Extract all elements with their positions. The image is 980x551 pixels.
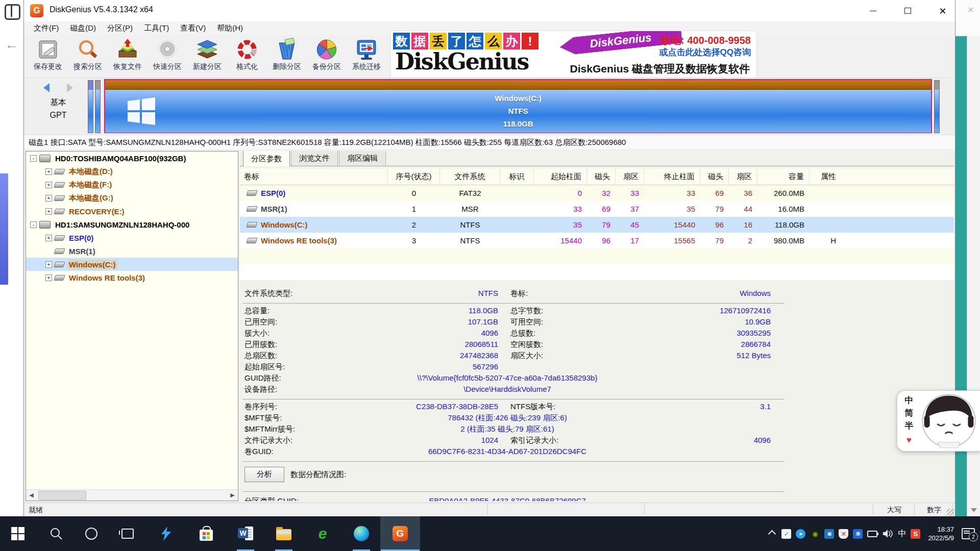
menu-item[interactable]: 查看(V) — [175, 22, 211, 34]
analyze-button[interactable]: 分析 — [244, 467, 284, 482]
partition-block-msr[interactable] — [95, 80, 101, 133]
format-button[interactable]: 格式化 — [227, 37, 267, 77]
diskgenius-taskbar-button[interactable]: G — [380, 516, 420, 551]
ime-status-char[interactable]: 简 — [903, 407, 915, 419]
ime-status-char[interactable]: 半 — [903, 419, 915, 432]
flash-app-button[interactable] — [154, 516, 179, 551]
column-header[interactable]: 文件系统 — [440, 168, 500, 185]
column-header[interactable]: 起始柱面 — [534, 168, 587, 185]
heart-icon[interactable]: ♥ — [903, 434, 915, 446]
table-row[interactable]: MSR(1) 1 MSR 33 69 37 35 79 44 16.0MB — [240, 201, 954, 217]
column-header[interactable]: 终止柱面 — [644, 168, 700, 185]
taskbar-clock[interactable]: 18:37 2022/5/9 — [928, 525, 954, 542]
maximize-button[interactable] — [892, 0, 923, 21]
quick-partition-button[interactable]: 快速分区 — [148, 37, 187, 77]
ad-banner[interactable]: 数据丢了怎么办! DiskGenius DiskGenius 致电: 400-0… — [390, 31, 756, 79]
scrollbar-thumb[interactable] — [38, 491, 86, 500]
notification-center-icon[interactable]: 2 — [962, 528, 975, 539]
column-header[interactable]: 磁头 — [587, 168, 616, 185]
column-header[interactable]: 扇区 — [729, 168, 757, 185]
resize-grip[interactable] — [947, 509, 954, 516]
prev-disk-icon[interactable] — [43, 83, 50, 92]
column-header[interactable]: 属性 — [810, 168, 841, 185]
tree-item[interactable]: - HD1:SAMSUNGMZNLN128HAHQ-000 — [26, 218, 238, 231]
tree-horizontal-scrollbar[interactable]: ◀ ▶ — [26, 489, 238, 500]
word-button[interactable]: W — [233, 516, 258, 551]
wechat-tray-icon[interactable]: ✓ — [781, 529, 791, 539]
tab[interactable]: 分区参数 — [243, 151, 290, 166]
edge-button[interactable] — [349, 516, 374, 551]
battery-tray-icon[interactable] — [867, 531, 877, 537]
ime-tray-indicator[interactable]: 中 — [898, 529, 906, 539]
table-row[interactable]: Windows(C:) 2 NTFS 35 79 45 15440 96 16 … — [240, 217, 954, 233]
menu-item[interactable]: 文件(F) — [28, 22, 64, 34]
ie-browser-button[interactable]: e — [310, 516, 335, 551]
delete-partition-button[interactable]: 删除分区 — [267, 37, 307, 77]
nvidia-tray-icon[interactable]: ◉ — [810, 529, 820, 539]
expand-toggle-icon[interactable]: + — [45, 208, 52, 215]
table-row[interactable]: Windows RE tools(3) 3 NTFS 15440 96 17 1… — [240, 233, 954, 248]
tab[interactable]: 浏览文件 — [291, 151, 338, 166]
intel-graphics-tray-icon[interactable]: ▣ — [824, 529, 834, 539]
cortana-button[interactable] — [79, 516, 104, 551]
tree-item[interactable]: + 本地磁盘(G:) — [26, 191, 238, 205]
tree-item[interactable]: + Windows(C:) — [26, 258, 238, 271]
expand-toggle-icon[interactable]: + — [45, 274, 52, 281]
minimize-button[interactable] — [857, 0, 889, 21]
search-button[interactable] — [44, 516, 68, 551]
ime-floating-widget[interactable]: 中简半 ♥ — [897, 390, 980, 452]
scroll-down-icon[interactable] — [971, 508, 977, 512]
tree-item[interactable]: + Windows RE tools(3) — [26, 271, 238, 284]
volume-icon[interactable] — [882, 529, 893, 538]
column-header[interactable]: 容量 — [757, 168, 810, 185]
save-changes-button[interactable]: 保存更改 — [28, 37, 68, 77]
store-button[interactable] — [194, 516, 218, 551]
column-header[interactable]: 卷标 — [240, 168, 388, 185]
snowflake-tray-icon[interactable]: ❄ — [853, 529, 863, 539]
tree-item[interactable]: + ESP(0) — [26, 231, 238, 244]
scroll-left-icon[interactable]: ◀ — [26, 490, 37, 500]
backup-partition-button[interactable]: 备份分区 — [307, 37, 347, 77]
start-button[interactable] — [6, 516, 30, 551]
menu-item[interactable]: 磁盘(D) — [64, 22, 102, 34]
ime-status-char[interactable]: 中 — [903, 394, 915, 407]
close-button[interactable] — [926, 0, 958, 21]
tree-item[interactable]: + 本地磁盘(F:) — [26, 178, 238, 191]
table-row[interactable]: ESP(0) 0 FAT32 0 32 33 33 69 36 260.0MB — [240, 185, 954, 201]
system-migration-button[interactable]: 系统迁移 — [347, 37, 386, 77]
column-header[interactable]: 标识 — [500, 168, 534, 185]
expand-toggle-icon[interactable]: + — [45, 235, 52, 241]
telegram-tray-icon[interactable]: ➤ — [796, 529, 805, 539]
column-header[interactable]: 扇区 — [616, 168, 644, 185]
tree-item[interactable]: - HD0:TOSHIBAMQ04ABF100(932GB) — [26, 152, 238, 165]
tab[interactable]: 扇区编辑 — [339, 151, 386, 166]
next-disk-icon[interactable] — [67, 83, 73, 92]
column-header[interactable]: 序号(状态) — [388, 168, 440, 185]
tree-item[interactable]: + RECOVERY(E:) — [26, 205, 238, 218]
menu-item[interactable]: 分区(P) — [102, 22, 138, 34]
partition-block-re-tools[interactable] — [934, 80, 940, 133]
recover-files-button[interactable]: 恢复文件 — [108, 37, 148, 77]
column-header[interactable]: 磁头 — [700, 168, 729, 185]
expand-toggle-icon[interactable]: - — [30, 221, 37, 228]
expand-toggle-icon[interactable]: + — [45, 195, 52, 202]
new-partition-button[interactable]: 新建分区 — [187, 37, 227, 77]
file-explorer-button[interactable] — [272, 516, 296, 551]
search-partition-button[interactable]: 搜索分区 — [68, 37, 108, 77]
tray-expand-icon[interactable] — [768, 530, 776, 538]
scroll-right-icon[interactable]: ▶ — [227, 490, 238, 500]
banner-qq-link[interactable]: 或点击此处选择QQ咨询 — [659, 46, 751, 58]
expand-toggle-icon[interactable]: + — [45, 168, 52, 175]
security-shield-tray-icon[interactable]: ✕ — [839, 529, 848, 539]
expand-toggle-icon[interactable]: + — [45, 261, 52, 268]
menu-item[interactable]: 帮助(H) — [211, 22, 249, 34]
tree-item[interactable]: MSR(1) — [26, 244, 238, 258]
task-view-button[interactable] — [115, 516, 140, 551]
menu-item[interactable]: 工具(T) — [138, 22, 175, 34]
partition-block-esp[interactable] — [88, 80, 93, 133]
expand-toggle-icon[interactable]: + — [45, 182, 52, 188]
expand-toggle-icon[interactable]: - — [30, 155, 37, 162]
partition-block-windows-c[interactable]: Windows(C:) NTFS 118.0GB — [104, 79, 932, 133]
tree-item[interactable]: + 本地磁盘(D:) — [26, 165, 238, 178]
sogou-tray-icon[interactable]: S — [911, 529, 920, 539]
